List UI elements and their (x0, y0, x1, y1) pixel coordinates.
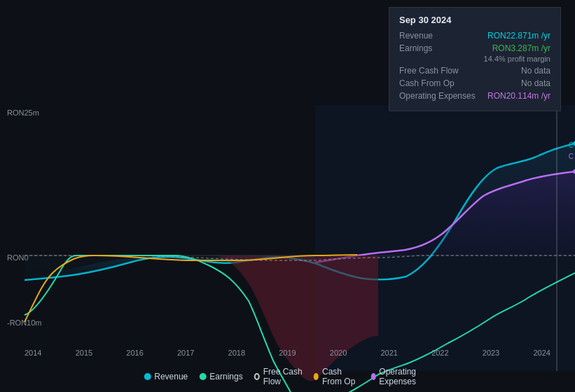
chart-container: Sep 30 2024 Revenue RON22.871m /yr Earni… (0, 0, 575, 392)
legend-label-opex: Operating Expenses (379, 367, 431, 386)
revenue-side-indicator: C (569, 141, 574, 149)
legend-label-fcf: Free Cash Flow (263, 367, 303, 386)
x-label-2017: 2017 (177, 349, 194, 357)
legend-cashfromop[interactable]: Cash From Op (314, 367, 359, 386)
x-label-2018: 2018 (228, 349, 245, 357)
legend-dot-earnings (199, 373, 206, 380)
legend-dot-revenue (144, 373, 151, 380)
tooltip-row-fcf: Free Cash Flow No data (399, 66, 550, 76)
legend-label-earnings: Earnings (209, 372, 242, 382)
tooltip-row-cashfromop: Cash From Op No data (399, 78, 550, 88)
tooltip-box: Sep 30 2024 Revenue RON22.871m /yr Earni… (389, 7, 561, 111)
x-label-2014: 2014 (25, 349, 41, 357)
tooltip-label-fcf: Free Cash Flow (399, 66, 476, 76)
x-label-2021: 2021 (380, 349, 397, 357)
tooltip-row-revenue: Revenue RON22.871m /yr (399, 31, 550, 41)
tooltip-label-earnings: Earnings (399, 43, 476, 53)
legend-label-revenue: Revenue (154, 372, 188, 382)
tooltip-value-earnings: RON3.287m /yr (492, 43, 550, 53)
tooltip-value-fcf: No data (521, 66, 550, 76)
tooltip-label-opex: Operating Expenses (399, 91, 476, 101)
x-label-2024: 2024 (533, 349, 550, 357)
legend-revenue[interactable]: Revenue (144, 372, 188, 382)
legend-label-cashfromop: Cash From Op (322, 367, 360, 386)
tooltip-label-cashfromop: Cash From Op (399, 78, 476, 88)
opex-side-indicator: C (569, 153, 574, 160)
profit-margin-label: 14.4% profit margin (399, 55, 550, 63)
legend-earnings[interactable]: Earnings (199, 372, 242, 382)
tooltip-date: Sep 30 2024 (399, 15, 550, 25)
tooltip-label-revenue: Revenue (399, 31, 476, 41)
x-label-2016: 2016 (126, 349, 143, 357)
chart-legend: Revenue Earnings Free Cash Flow Cash Fro… (144, 367, 431, 386)
x-label-2015: 2015 (76, 349, 92, 357)
x-label-2022: 2022 (431, 349, 448, 357)
x-label-2020: 2020 (330, 349, 347, 357)
tooltip-value-cashfromop: No data (521, 78, 550, 88)
legend-opex[interactable]: Operating Expenses (370, 367, 431, 386)
x-label-2023: 2023 (483, 349, 499, 357)
x-label-2019: 2019 (279, 349, 296, 357)
legend-dot-cashfromop (314, 373, 319, 380)
tooltip-value-revenue: RON22.871m /yr (487, 31, 550, 41)
tooltip-row-earnings: Earnings RON3.287m /yr (399, 43, 550, 53)
legend-circle-fcf (254, 373, 260, 380)
tooltip-row-opex: Operating Expenses RON20.114m /yr (399, 91, 550, 101)
legend-dot-opex (370, 373, 375, 380)
tooltip-value-opex: RON20.114m /yr (487, 91, 550, 101)
x-axis: 2014 2015 2016 2017 2018 2019 2020 2021 … (0, 346, 575, 357)
legend-fcf[interactable]: Free Cash Flow (254, 367, 303, 386)
